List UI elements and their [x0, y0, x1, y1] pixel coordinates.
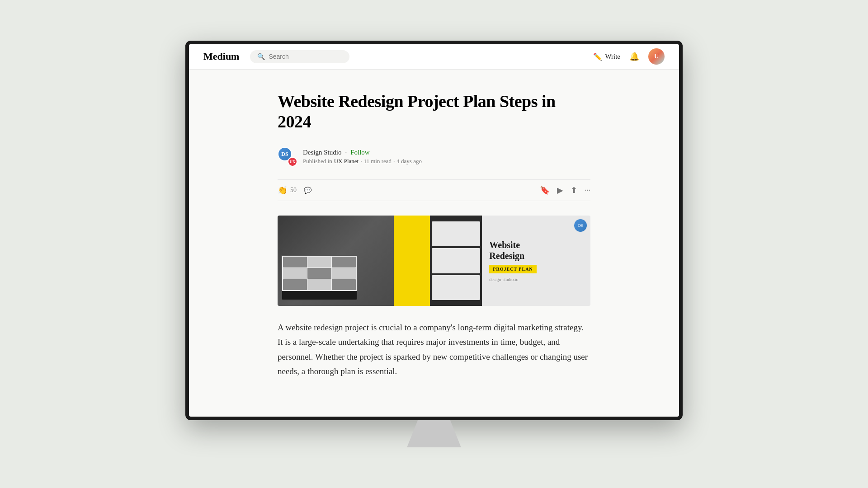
actions-right: 🔖 ▶ ⬆ ··· [540, 185, 591, 195]
actions-row: 👏 50 💬 🔖 ▶ ⬆ ··· [278, 179, 590, 201]
monitor-screen: Medium 🔍 ✏️ Write 🔔 U Website Redesign P… [185, 41, 683, 420]
desk-monitor [281, 255, 358, 300]
hero-card-1 [432, 221, 481, 246]
author-separator: · [345, 149, 347, 156]
clap-button[interactable]: 👏 50 [278, 185, 297, 195]
more-button[interactable]: ··· [585, 186, 591, 195]
author-avatar-wrapper: DS UX [278, 147, 297, 167]
publication-link[interactable]: UX Planet [334, 158, 359, 165]
search-bar[interactable]: 🔍 [250, 50, 349, 63]
hero-right-section: DS Website Redesign PROJECT PLAN design-… [482, 216, 590, 306]
meta-dot-2: · [393, 158, 395, 165]
write-label: Write [605, 53, 620, 61]
write-icon: ✏️ [593, 52, 602, 61]
medium-logo[interactable]: Medium [203, 51, 239, 62]
save-button[interactable]: 🔖 [540, 185, 550, 195]
monitor-screen-inner [282, 256, 357, 291]
article-body: A website redesign project is crucial to… [278, 320, 590, 379]
desk-image [278, 216, 394, 306]
write-button[interactable]: ✏️ Write [593, 52, 620, 61]
hero-middle-section [430, 216, 482, 306]
listen-button[interactable]: ▶ [557, 185, 563, 195]
hero-title: Website Redesign [489, 239, 583, 261]
clap-icon: 👏 [278, 185, 288, 195]
hero-badge: PROJECT PLAN [489, 265, 536, 273]
article-content: Website Redesign Project Plan Steps in 2… [267, 70, 601, 417]
share-button[interactable]: ⬆ [571, 185, 577, 195]
notifications-button[interactable]: 🔔 [629, 52, 639, 61]
search-input[interactable] [269, 53, 342, 60]
hero-url: design-studio.io [489, 277, 583, 282]
read-time: 11 min read [363, 158, 392, 165]
monitor-wrapper: Medium 🔍 ✏️ Write 🔔 U Website Redesign P… [185, 41, 683, 447]
hero-card-3 [432, 275, 481, 300]
author-row: DS UX Design Studio · Follow Published i… [278, 147, 590, 167]
comment-button[interactable]: 💬 [304, 187, 311, 194]
author-info: Design Studio · Follow Published in UX P… [303, 149, 422, 165]
search-icon: 🔍 [257, 53, 265, 61]
user-avatar[interactable]: U [648, 48, 665, 65]
published-prefix: Published in [303, 158, 332, 165]
hero-image: DS Website Redesign PROJECT PLAN design-… [278, 216, 590, 306]
article-paragraph-1: A website redesign project is crucial to… [278, 320, 590, 379]
navbar: Medium 🔍 ✏️ Write 🔔 U [189, 44, 679, 70]
clap-count: 50 [290, 187, 297, 194]
author-name-row: Design Studio · Follow [303, 149, 422, 156]
author-name[interactable]: Design Studio [303, 149, 341, 156]
published-ago: 4 days ago [396, 158, 422, 165]
author-avatar-secondary: UX [288, 157, 297, 167]
comment-icon: 💬 [304, 187, 311, 194]
hero-left-section [278, 216, 394, 306]
monitor-stand [407, 420, 461, 447]
actions-left: 👏 50 💬 [278, 185, 311, 195]
hero-card-2 [432, 248, 481, 273]
author-meta: Published in UX Planet · 11 min read · 4… [303, 158, 422, 165]
hero-yellow-bar [394, 216, 430, 306]
follow-button[interactable]: Follow [350, 149, 370, 156]
nav-right: ✏️ Write 🔔 U [593, 48, 665, 65]
meta-dot-1: · [360, 158, 362, 165]
hero-ds-badge: DS [574, 219, 587, 232]
article-title: Website Redesign Project Plan Steps in 2… [278, 91, 590, 132]
